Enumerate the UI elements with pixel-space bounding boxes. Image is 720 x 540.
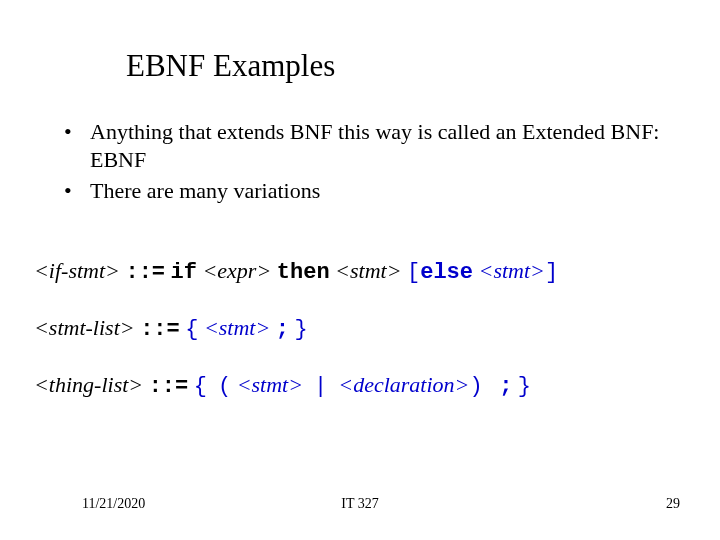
bullet-item: • Anything that extends BNF this way is … [60,118,680,173]
nt-name: stmt [493,258,530,283]
nt-name: stmt [219,315,256,340]
open-brace: { [185,317,198,342]
grammar-line-thing-list: <thing-list> ::= { ( <stmt> | <declarati… [34,372,700,399]
open-brace: { [194,374,207,399]
keyword-then: then [277,260,330,285]
open-bracket: [ [407,260,420,285]
semicolon: ; [276,317,289,342]
nonterminal: <if-stmt> [34,258,120,283]
nt-name: stmt-list [49,315,120,340]
close-bracket: ] [545,260,558,285]
defines-op: ::= [140,317,180,342]
nt-name: stmt [252,372,289,397]
close-brace: } [295,317,308,342]
grammar-block: <if-stmt> ::= if <expr> then <stmt> [els… [34,258,700,429]
bullet-dot: • [60,118,90,173]
defines-op: ::= [149,374,189,399]
keyword-if: if [171,260,197,285]
defines-op: ::= [125,260,165,285]
nonterminal: <stmt> [237,372,303,397]
bullet-dot: • [60,177,90,205]
nonterminal: <stmt> [335,258,401,283]
nonterminal: <stmt> [204,315,270,340]
nt-name: stmt [350,258,387,283]
slide: EBNF Examples • Anything that extends BN… [0,0,720,540]
close-paren: ) [469,374,482,399]
close-brace: } [518,374,531,399]
nonterminal: <stmt> [479,258,545,283]
footer-page: 29 [666,496,680,512]
footer-course: IT 327 [0,496,720,512]
slide-title: EBNF Examples [126,48,335,84]
bullet-text: Anything that extends BNF this way is ca… [90,118,680,173]
grammar-line-stmt-list: <stmt-list> ::= { <stmt> ; } [34,315,700,342]
nt-name: thing-list [49,372,128,397]
nonterminal: <stmt-list> [34,315,135,340]
keyword-else: else [420,260,473,285]
nonterminal: <thing-list> [34,372,143,397]
nt-name: declaration [353,372,454,397]
nonterminal: <declaration> [338,372,469,397]
bar: | [314,374,327,399]
nt-name: if-stmt [49,258,105,283]
bullet-item: • There are many variations [60,177,680,205]
open-paren: ( [218,374,231,399]
grammar-line-if: <if-stmt> ::= if <expr> then <stmt> [els… [34,258,700,285]
bullet-list: • Anything that extends BNF this way is … [60,118,680,209]
nt-name: expr [217,258,256,283]
bullet-text: There are many variations [90,177,680,205]
nonterminal: <expr> [202,258,271,283]
semicolon: ; [499,374,512,399]
